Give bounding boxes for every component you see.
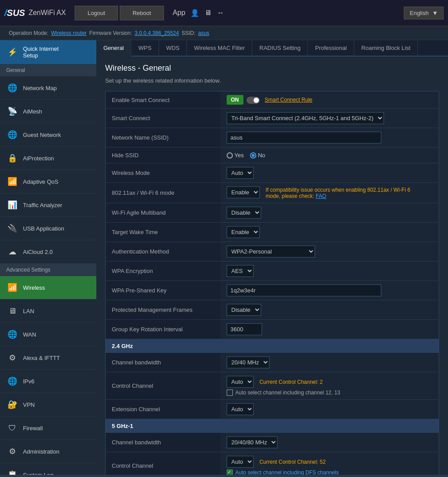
sidebar-item-wireless[interactable]: 📶 Wireless	[0, 276, 96, 299]
quick-internet-setup[interactable]: ⚡ Quick InternetSetup	[0, 40, 96, 64]
hide-ssid-no[interactable]: No	[250, 152, 266, 159]
network-map-label: Network Map	[23, 85, 57, 91]
extension-channel-24-value: Auto	[220, 399, 439, 419]
sidebar-item-traffic-analyzer[interactable]: 📊 Traffic Analyzer	[0, 193, 96, 217]
network-name-value	[220, 128, 439, 148]
auth-method-select[interactable]: WPA2-Personal	[227, 246, 315, 257]
extension-channel-24-label: Extension Channel	[106, 399, 220, 419]
control-channel-24-checkbox[interactable]	[227, 390, 233, 396]
sidebar-item-ipv6[interactable]: 🌐 IPv6	[0, 370, 96, 393]
wireless-icon: 📶	[6, 281, 19, 294]
reboot-button[interactable]: Reboot	[120, 6, 164, 20]
control-channel-5g1-dfs-wrap: Auto select channel including DFS channe…	[227, 469, 433, 475]
wifi6-select[interactable]: Enable	[227, 186, 260, 198]
wifi-agile-select[interactable]: Disable	[227, 207, 261, 219]
extension-channel-24-select[interactable]: Auto	[227, 403, 254, 415]
sidebar-item-alexa-ifttt[interactable]: ⚙ Alexa & IFTTT	[0, 346, 96, 370]
section-5ghz1-title: 5 GHz-1	[106, 419, 439, 433]
person-icon[interactable]: 👤	[190, 9, 199, 17]
sidebar-item-aiprotection[interactable]: 🔒 AiProtection	[0, 147, 96, 170]
sidebar-item-aicloud[interactable]: ☁ AiCloud 2.0	[0, 240, 96, 264]
tab-general[interactable]: General	[96, 40, 131, 57]
wpa-enc-select[interactable]: AES	[227, 265, 254, 277]
tab-wireless-mac-filter[interactable]: Wireless MAC Filter	[187, 40, 252, 56]
channel-bw-24-select[interactable]: 20/40 MHz	[227, 356, 270, 368]
sidebar-item-network-map[interactable]: 🌐 Network Map	[0, 76, 96, 100]
adaptive-qos-icon: 📶	[6, 175, 19, 188]
content-body: Wireless - General Set up the wireless r…	[96, 57, 448, 475]
sidebar-item-wan[interactable]: 🌐 WAN	[0, 323, 96, 346]
sidebar-item-usb-application[interactable]: 🔌 USB Application	[0, 217, 96, 240]
control-channel-24-select[interactable]: Auto	[227, 376, 254, 388]
wireless-mode-value: Auto	[220, 163, 439, 183]
section-5ghz1-header: 5 GHz-1	[106, 419, 439, 433]
enable-smart-connect-row: Enable Smart Connect ON Smart Connect Ru…	[106, 91, 439, 109]
page-subtitle: Set up the wireless related information …	[105, 77, 439, 84]
wireless-mode-select[interactable]: Auto	[227, 167, 254, 179]
pmf-label: Protected Management Frames	[106, 300, 220, 319]
enable-smart-connect-value: ON Smart Connect Rule	[220, 91, 439, 109]
pmf-row: Protected Management Frames Disable	[106, 300, 439, 319]
wpa-key-row: WPA Pre-Shared Key	[106, 280, 439, 300]
logo-product: ZenWiFi AX	[29, 9, 66, 17]
wpa-key-input[interactable]	[227, 284, 381, 296]
wpa-key-value	[220, 280, 439, 300]
wireless-mode-label: Wireless Mode	[106, 163, 220, 183]
firmware-link[interactable]: 3.0.0.4.386_25524	[135, 30, 179, 36]
app-label: App	[173, 9, 185, 17]
hide-ssid-label: Hide SSID	[106, 148, 220, 163]
sidebar-item-aimesh[interactable]: 📡 AiMesh	[0, 100, 96, 123]
group-key-input[interactable]	[227, 323, 262, 335]
control-channel-5g1-dfs-checkbox[interactable]	[227, 469, 233, 475]
channel-bw-5g1-label: Channel bandwidth	[106, 433, 220, 452]
auth-method-row: Authentication Method WPA2-Personal	[106, 242, 439, 261]
group-key-label: Group Key Rotation Interval	[106, 319, 220, 339]
tab-roaming-block-list[interactable]: Roaming Block List	[354, 40, 418, 56]
network-name-input[interactable]	[227, 132, 381, 144]
sidebar-item-vpn[interactable]: 🔐 VPN	[0, 393, 96, 416]
pmf-select[interactable]: Disable	[227, 304, 261, 316]
sidebar-item-firewall[interactable]: 🛡 Firewall	[0, 416, 96, 440]
wifi6-faq-link[interactable]: FAQ	[316, 193, 327, 199]
tab-professional[interactable]: Professional	[308, 40, 354, 56]
group-key-row: Group Key Rotation Interval	[106, 319, 439, 339]
sidebar-item-guest-network[interactable]: 🌐 Guest Network	[0, 123, 96, 147]
guest-network-icon: 🌐	[6, 129, 19, 141]
monitor-icon[interactable]: 🖥	[205, 9, 212, 17]
top-buttons: Logout Reboot	[75, 6, 164, 20]
control-channel-24-value: Auto Current Control Channel: 2 Auto sel…	[220, 372, 439, 399]
sidebar-item-lan[interactable]: 🖥 LAN	[0, 299, 96, 323]
tab-wps[interactable]: WPS	[131, 40, 159, 56]
aicloud-label: AiCloud 2.0	[23, 249, 53, 255]
sidebar-item-system-log[interactable]: 📋 System Log	[0, 463, 96, 475]
logout-button[interactable]: Logout	[75, 6, 118, 20]
firewall-icon: 🛡	[6, 422, 19, 434]
vpn-label: VPN	[23, 401, 35, 408]
network-icon[interactable]: ↔	[217, 9, 224, 17]
smart-connect-rule-link[interactable]: Smart Connect Rule	[265, 97, 312, 103]
toggle-slider[interactable]	[247, 97, 260, 104]
hide-ssid-yes-label: Yes	[235, 152, 244, 159]
enable-smart-connect-label: Enable Smart Connect	[106, 91, 220, 109]
advanced-section-title: Advanced Settings	[0, 264, 96, 276]
tab-wds[interactable]: WDS	[159, 40, 187, 56]
sidebar-item-adaptive-qos[interactable]: 📶 Adaptive QoS	[0, 170, 96, 193]
sidebar-item-administration[interactable]: ⚙ Administration	[0, 440, 96, 463]
hide-ssid-yes[interactable]: Yes	[227, 152, 244, 159]
control-channel-5g1-dfs-label: Auto select channel including DFS channe…	[235, 469, 339, 475]
target-wake-select[interactable]: Enable	[227, 226, 260, 238]
wifi6-value: Enable If compatibility issue occurs whe…	[220, 183, 439, 203]
language-select[interactable]: English ▼	[404, 7, 444, 19]
channel-bw-5g1-select[interactable]: 20/40/80 MHz	[227, 436, 277, 448]
radio-no-circle	[250, 152, 256, 159]
logo-asus: /SUS	[4, 8, 25, 18]
adaptive-qos-label: Adaptive QoS	[23, 178, 58, 185]
operation-mode-link[interactable]: Wireless router	[51, 30, 87, 36]
smart-connect-row: Smart Connect Tri-Band Smart Connect (2.…	[106, 109, 439, 128]
smart-connect-select[interactable]: Tri-Band Smart Connect (2.4GHz, 5GHz-1 a…	[227, 112, 384, 124]
main-layout: ⚡ Quick InternetSetup General 🌐 Network …	[0, 40, 448, 475]
ssid-link[interactable]: asus	[198, 30, 209, 36]
alexa-ifttt-label: Alexa & IFTTT	[23, 355, 60, 361]
control-channel-5g1-select[interactable]: Auto	[227, 456, 254, 468]
tab-radius-setting[interactable]: RADIUS Setting	[252, 40, 308, 56]
